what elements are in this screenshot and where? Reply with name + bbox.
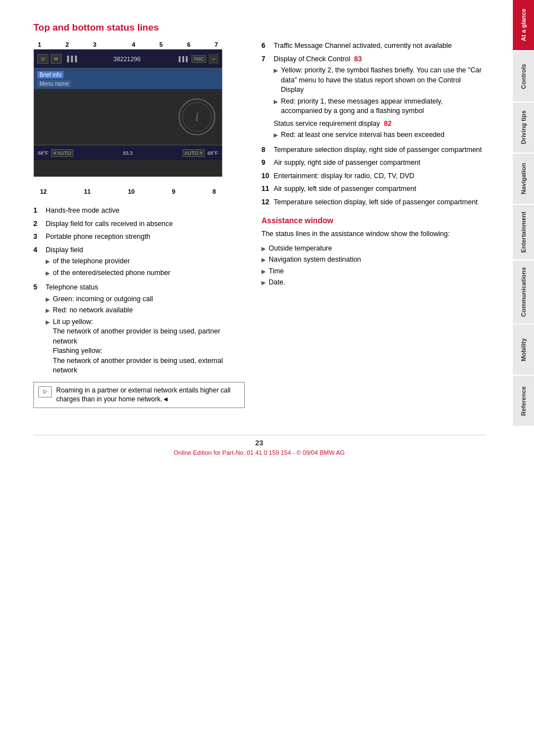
list-item: 6 Traffic Message Channel activated, cur… bbox=[261, 41, 485, 51]
right-numbered-list: 6 Traffic Message Channel activated, cur… bbox=[261, 41, 485, 207]
display-screen: ☏ ✉ ▐▐▐ 38221296 ▐▐▐ TMC ↔ Brief info Me… bbox=[33, 49, 222, 177]
radio-freq: 93.3 bbox=[75, 150, 181, 156]
note-icon: ▷ bbox=[38, 386, 52, 397]
sub-list: ▶ of the telephone provider ▶ of the ent… bbox=[46, 257, 245, 278]
edition-text: Online Edition for Part-No. 01 41 0 159 … bbox=[33, 449, 485, 456]
assistance-window-title: Assistance window bbox=[261, 216, 485, 225]
temp-right: 68°F bbox=[206, 150, 220, 156]
sub-list-item: ▶ of the telephone provider bbox=[46, 257, 245, 267]
sub-list: ▶ Yellow: priority 2, the symbol flashes… bbox=[274, 66, 485, 116]
handsfree-icon: ☏ bbox=[37, 54, 48, 64]
signal-bars: ▐▐▐ bbox=[65, 56, 77, 62]
sidebar-tab-reference[interactable]: Reference bbox=[513, 376, 534, 426]
status-service-label: Status service requirement display 82 bbox=[274, 119, 485, 129]
label-11: 11 bbox=[84, 188, 91, 195]
left-numbered-list: 1 Hands-free mode active 2 Display field… bbox=[33, 206, 245, 377]
label-1: 1 bbox=[38, 41, 41, 48]
label-3: 3 bbox=[93, 41, 96, 48]
list-item: 3 Portable phone reception strength bbox=[33, 232, 245, 242]
list-item: 11 Air supply, left side of passenger co… bbox=[261, 184, 485, 194]
tmc-box: TMC bbox=[191, 55, 207, 63]
sub-list-item: ▶ Green: incoming or outgoing call bbox=[46, 294, 245, 305]
sub-list-item: ▶ Red: no network available bbox=[46, 306, 245, 316]
label-9: 9 bbox=[172, 188, 175, 195]
left-column: 1 2 3 4 5 6 7 ☏ ✉ ▐▐▐ 38221296 bbox=[33, 41, 245, 413]
right-column: 6 Traffic Message Channel activated, cur… bbox=[261, 41, 485, 413]
nav-arrow: ↔ bbox=[209, 54, 219, 64]
bmw-i-logo: i bbox=[177, 97, 216, 136]
sub-list-item: ▶ Navigation system destination bbox=[261, 255, 485, 265]
label-8: 8 bbox=[212, 188, 216, 195]
temp-left: 68°F bbox=[36, 150, 50, 156]
sidebar-tab-entertainment[interactable]: Entertainment bbox=[513, 205, 534, 259]
menu-area: Brief info Menu name bbox=[34, 68, 222, 89]
label-7: 7 bbox=[215, 41, 218, 48]
sub-list: ▶ Green: incoming or outgoing call ▶ Red… bbox=[46, 294, 245, 376]
display-wrapper: 1 2 3 4 5 6 7 ☏ ✉ ▐▐▐ 38221296 bbox=[33, 41, 222, 195]
assistance-window-list: ▶ Outside temperature ▶ Navigation syste… bbox=[261, 244, 485, 288]
label-5: 5 bbox=[160, 41, 163, 48]
display-bottom-bar: 68°F # AUTO 93.3 AUTO # 68°F bbox=[34, 145, 222, 160]
brief-info-label: Brief info bbox=[37, 71, 63, 78]
list-item: 10 Entertainment: display for radio, CD,… bbox=[261, 171, 485, 181]
phone-number-display: 38221296 bbox=[79, 56, 175, 62]
sub-list: ▶ Red: at least one service interval has… bbox=[274, 130, 485, 140]
sub-list-item: ▶ Outside temperature bbox=[261, 244, 485, 254]
sub-list-item: ▶ of the entered/selected phone number bbox=[46, 268, 245, 278]
list-item: 1 Hands-free mode active bbox=[33, 206, 245, 216]
sub-list-item: ▶ Red: priority 1, these messages appear… bbox=[274, 97, 485, 116]
section-title: Top and bottom status lines bbox=[33, 22, 485, 33]
auto-right: AUTO # bbox=[182, 149, 205, 157]
sub-list-item: ▶ Yellow: priority 2, the symbol flashes… bbox=[274, 66, 485, 95]
sub-list-item: ▶ Time bbox=[261, 267, 485, 277]
svg-text:i: i bbox=[195, 109, 199, 124]
sidebar-tab-controls[interactable]: Controls bbox=[513, 51, 534, 101]
sidebar-tab-communications[interactable]: Communications bbox=[513, 261, 534, 323]
sidebar-tab-at-a-glance[interactable]: At a glance bbox=[513, 0, 534, 50]
note-box: ▷ Roaming in a partner or external netwo… bbox=[33, 382, 245, 409]
columns: 1 2 3 4 5 6 7 ☏ ✉ ▐▐▐ 38221296 bbox=[33, 41, 485, 413]
list-item: 4 Display field ▶ of the telephone provi… bbox=[33, 246, 245, 280]
sidebar-tab-navigation[interactable]: Navigation bbox=[513, 154, 534, 204]
sidebar: At a glance Controls Driving tips Naviga… bbox=[513, 0, 534, 756]
page-number-line: 23 bbox=[33, 435, 485, 447]
list-item: 7 Display of Check Control 83 ▶ Yellow: … bbox=[261, 55, 485, 142]
sub-list-item: ▶ Lit up yellow: The network of another … bbox=[46, 317, 245, 376]
label-10: 10 bbox=[128, 188, 135, 195]
label-2: 2 bbox=[66, 41, 69, 48]
display-main-area: i bbox=[34, 89, 222, 145]
label-4: 4 bbox=[132, 41, 135, 48]
label-6: 6 bbox=[187, 41, 190, 48]
page-footer: 23 Online Edition for Part-No. 01 41 0 1… bbox=[33, 435, 485, 456]
display-top-bar: ☏ ✉ ▐▐▐ 38221296 ▐▐▐ TMC ↔ bbox=[34, 50, 222, 68]
list-item: 5 Telephone status ▶ Green: incoming or … bbox=[33, 283, 245, 377]
sidebar-tab-mobility[interactable]: Mobility bbox=[513, 325, 534, 375]
missed-call-icon: ✉ bbox=[51, 54, 62, 64]
sub-list-item: ▶ Red: at least one service interval has… bbox=[274, 130, 485, 140]
page-number: 23 bbox=[255, 439, 263, 447]
assistance-window-intro: The status lines in the assistance windo… bbox=[261, 229, 485, 239]
label-12: 12 bbox=[40, 188, 47, 195]
list-item: 9 Air supply, right side of passenger co… bbox=[261, 158, 485, 168]
list-item: 2 Display field for calls received in ab… bbox=[33, 219, 245, 229]
signal-icon: ▐▐▐ bbox=[177, 56, 187, 62]
main-content: Top and bottom status lines 1 2 3 4 5 6 … bbox=[0, 0, 513, 478]
auto-left: # AUTO bbox=[51, 149, 73, 157]
list-item: 12 Temperature selection display, left s… bbox=[261, 198, 485, 208]
sub-list-item: ▶ Date. bbox=[261, 278, 485, 288]
menu-name-label: Menu name bbox=[37, 80, 71, 87]
sidebar-tab-driving-tips[interactable]: Driving tips bbox=[513, 102, 534, 153]
note-text: Roaming in a partner or external network… bbox=[56, 386, 240, 405]
list-item: 8 Temperature selection display, right s… bbox=[261, 145, 485, 155]
